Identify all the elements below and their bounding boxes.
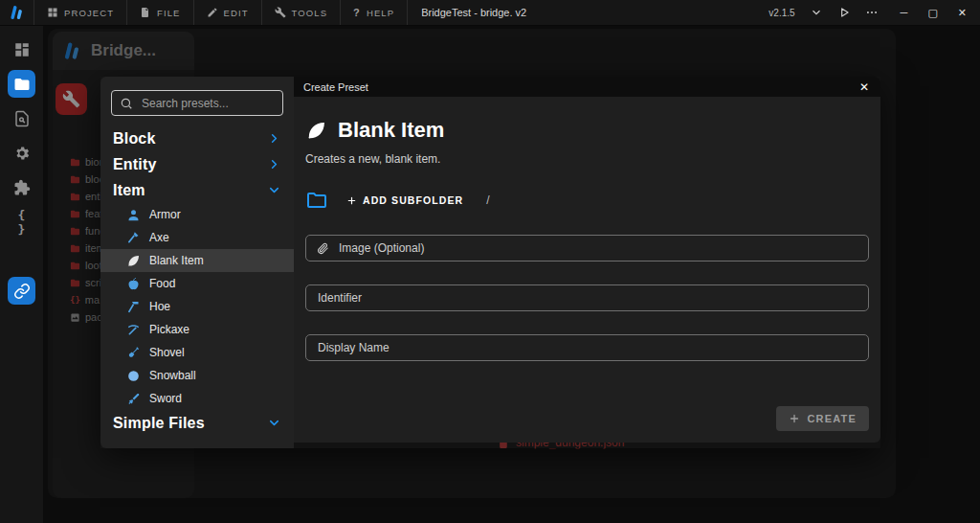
menubar: PROJECT FILE EDIT TOOLS ? HELP [33, 0, 408, 25]
sword-icon [126, 392, 141, 406]
subfolder-path: / [486, 193, 489, 207]
sidebar-item-explorer[interactable] [8, 70, 35, 98]
create-preset-window: Block Entity Item Armor Axe Blank I [100, 77, 880, 448]
help-icon: ? [353, 7, 361, 18]
create-button-label: CREATE [807, 413, 857, 424]
display-name-field [305, 334, 869, 361]
puzzle-icon [13, 179, 31, 196]
minimize-button[interactable]: ─ [901, 8, 908, 18]
grid-icon [47, 7, 58, 18]
menu-edit[interactable]: EDIT [194, 0, 262, 25]
image-input[interactable] [337, 240, 858, 256]
folder-icon [13, 76, 31, 93]
preset-item-label: Armor [149, 208, 181, 221]
braces-icon: { } [13, 208, 30, 237]
bridge-logo-icon [9, 4, 26, 21]
menu-project-label: PROJECT [64, 8, 114, 18]
plus-icon [789, 413, 800, 424]
menu-help[interactable]: ? HELP [341, 0, 408, 25]
apple-icon [126, 277, 141, 291]
identifier-field [305, 284, 869, 311]
preset-item-label: Food [149, 277, 175, 290]
window-title: BridgeTest - bridge. v2 [421, 7, 526, 18]
create-preset-header: Create Preset ✕ [294, 77, 880, 97]
create-preset-title: Create Preset [303, 81, 368, 93]
preset-item-armor[interactable]: Armor [100, 203, 294, 226]
axe-icon [126, 231, 141, 245]
display-name-input[interactable] [316, 340, 858, 355]
preset-item-label: Sword [149, 392, 182, 405]
menu-project[interactable]: PROJECT [34, 0, 127, 25]
category-entity-label: Entity [113, 156, 157, 173]
preset-item-label: Axe [149, 231, 169, 244]
version-dropdown-button[interactable] [810, 6, 823, 19]
dashboard-grid-icon [13, 41, 31, 58]
preset-item-label: Blank Item [149, 254, 204, 267]
file-icon [140, 7, 151, 18]
maximize-button[interactable]: ▢ [927, 8, 937, 18]
chevron-down-icon [267, 416, 281, 430]
preset-title-row: Blank Item [305, 118, 869, 143]
sidebar-item-settings[interactable] [8, 139, 35, 167]
file-search-icon [13, 110, 31, 127]
preset-description: Creates a new, blank item. [305, 152, 869, 166]
chevron-down-icon [810, 6, 823, 19]
close-icon[interactable]: ✕ [858, 81, 871, 93]
preset-item-food[interactable]: Food [100, 272, 294, 295]
sidebar-item-connect[interactable] [8, 277, 35, 305]
preset-search-input[interactable] [140, 96, 275, 111]
category-simple-files[interactable]: Simple Files [100, 410, 294, 436]
category-block[interactable]: Block [100, 125, 294, 151]
category-item[interactable]: Item [100, 177, 294, 203]
run-button[interactable] [837, 6, 851, 19]
create-button[interactable]: CREATE [776, 406, 869, 431]
quill-icon [126, 254, 141, 268]
folder-outline-icon [305, 189, 328, 212]
menu-tools[interactable]: TOOLS [262, 0, 342, 25]
preset-item-sword[interactable]: Sword [100, 387, 294, 410]
window-controls: ─ ▢ ✕ [901, 8, 967, 18]
create-preset-panel: Create Preset ✕ Blank Item Creates a new… [294, 77, 880, 443]
category-block-label: Block [113, 130, 156, 148]
preset-item-label: Hoe [149, 300, 170, 313]
image-field [305, 235, 869, 262]
menu-tools-label: TOOLS [292, 8, 328, 18]
preset-item-axe[interactable]: Axe [100, 226, 294, 249]
preset-item-shovel[interactable]: Shovel [100, 341, 294, 364]
plus-icon [346, 195, 357, 206]
preset-item-label: Pickaxe [149, 323, 189, 336]
menu-file[interactable]: FILE [127, 0, 193, 25]
shovel-icon [126, 346, 141, 360]
preset-item-blank-item[interactable]: Blank Item [100, 249, 294, 272]
sidebar-item-extensions[interactable] [8, 173, 35, 201]
add-subfolder-button[interactable]: ADD SUBFOLDER [341, 191, 469, 210]
preset-item-label: Shovel [149, 346, 185, 359]
identifier-input[interactable] [316, 290, 858, 306]
preset-item-snowball[interactable]: Snowball [100, 364, 294, 387]
subfolder-row: ADD SUBFOLDER / [305, 189, 869, 212]
pencil-icon [207, 7, 218, 18]
wrench-icon [275, 7, 286, 18]
titlebar: PROJECT FILE EDIT TOOLS ? HELP BridgeTes… [0, 0, 980, 26]
sidebar-item-file-search[interactable] [8, 104, 35, 132]
preset-item-pickaxe[interactable]: Pickaxe [100, 318, 294, 341]
close-button[interactable]: ✕ [958, 8, 967, 18]
preset-name: Blank Item [338, 118, 444, 143]
preset-item-label: Snowball [149, 369, 196, 382]
more-options-button[interactable] [865, 6, 879, 19]
category-simple-files-label: Simple Files [113, 415, 205, 432]
sidebar-item-snippets[interactable]: { } [8, 208, 35, 236]
titlebar-right: v2.1.5 ─ ▢ ✕ [768, 6, 980, 19]
gear-icon [13, 145, 31, 162]
hoe-icon [126, 300, 141, 314]
category-entity[interactable]: Entity [100, 151, 294, 177]
sidebar-item-dashboard[interactable] [8, 35, 35, 63]
dots-icon [865, 6, 879, 19]
link-icon [13, 283, 31, 300]
create-preset-body: Blank Item Creates a new, blank item. AD… [294, 97, 880, 443]
menu-file-label: FILE [157, 8, 180, 18]
quill-icon [305, 120, 327, 142]
version-label: v2.1.5 [768, 8, 794, 18]
preset-item-hoe[interactable]: Hoe [100, 295, 294, 318]
menu-help-label: HELP [367, 8, 394, 18]
